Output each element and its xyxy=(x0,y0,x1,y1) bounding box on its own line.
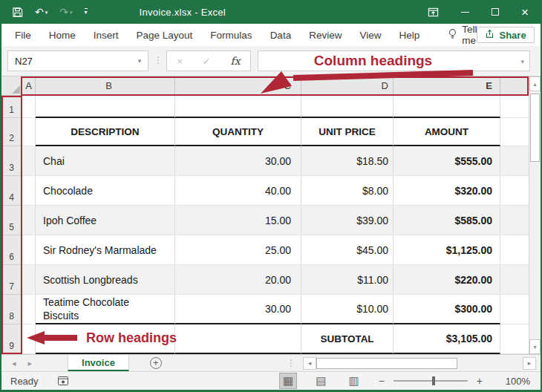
cell-amount-header[interactable]: AMOUNT xyxy=(394,118,500,146)
macro-record-icon[interactable] xyxy=(58,376,68,385)
cell-c1[interactable] xyxy=(175,96,301,118)
row-header-9[interactable]: 9 xyxy=(1,324,22,354)
cell-a2[interactable] xyxy=(22,118,36,146)
cell-a9[interactable] xyxy=(22,324,36,354)
cell-a6[interactable] xyxy=(22,235,36,265)
sheet-tab-invoice[interactable]: Invoice xyxy=(68,355,129,371)
cell-unit-price[interactable]: $11.00 xyxy=(301,265,394,295)
tab-home[interactable]: Home xyxy=(49,30,76,41)
cell-unit-price[interactable]: $18.50 xyxy=(301,146,394,176)
cell-description[interactable]: Scottish Longbreads xyxy=(36,265,175,295)
cell-f5[interactable] xyxy=(500,206,529,235)
scroll-up-icon[interactable]: ▴ xyxy=(529,76,541,91)
page-break-preview-icon[interactable]: ▥ xyxy=(345,373,362,388)
tab-formulas[interactable]: Formulas xyxy=(210,30,252,41)
undo-dropdown-icon[interactable]: ▾ xyxy=(45,10,48,15)
cancel-icon[interactable]: × xyxy=(177,56,183,67)
minimize-button[interactable] xyxy=(461,12,469,13)
next-sheet-icon[interactable]: ▸ xyxy=(28,359,33,368)
cell-unit-price[interactable]: $8.00 xyxy=(301,176,394,206)
tab-help[interactable]: Help xyxy=(399,30,419,41)
select-all-button[interactable] xyxy=(1,76,22,96)
new-sheet-icon[interactable]: + xyxy=(150,357,162,369)
cell-f8[interactable] xyxy=(500,295,529,324)
cell-amount[interactable]: $555.00 xyxy=(394,146,500,176)
cell-d1[interactable] xyxy=(301,96,394,118)
cell-quantity[interactable]: 20.00 xyxy=(175,265,301,295)
insert-function-icon[interactable]: fx xyxy=(230,55,240,67)
row-header-7[interactable]: 7 xyxy=(1,265,22,295)
cell-description[interactable]: Sir Rodney's Marmalade xyxy=(36,235,175,265)
cell-a7[interactable] xyxy=(22,265,36,295)
row-header-2[interactable]: 2 xyxy=(1,118,22,146)
cell-description[interactable]: Teatime Chocolate Biscuits xyxy=(36,295,175,324)
cell-subtotal-label[interactable]: SUBTOTAL xyxy=(301,324,394,354)
column-header-c[interactable]: C xyxy=(175,76,301,96)
column-header-partial[interactable] xyxy=(500,76,529,96)
cell-quantity-header[interactable]: QUANTITY xyxy=(175,118,301,146)
zoom-level[interactable]: 100% xyxy=(499,376,530,387)
cell-b9[interactable] xyxy=(36,324,175,354)
horizontal-scrollbar[interactable]: ⋮ ◂ ▸ xyxy=(287,355,541,371)
cell-unit-price[interactable]: $45.00 xyxy=(301,235,394,265)
vertical-scroll-thumb[interactable] xyxy=(530,94,540,162)
formula-bar[interactable]: Column headings ▾ xyxy=(258,50,530,71)
row-header-3[interactable]: 3 xyxy=(1,146,22,176)
enter-icon[interactable]: ✓ xyxy=(203,56,211,67)
maximize-button[interactable] xyxy=(492,8,499,16)
tab-data[interactable]: Data xyxy=(270,30,292,41)
cell-f4[interactable] xyxy=(500,176,529,206)
name-box-dropdown-icon[interactable]: ▾ xyxy=(131,57,148,65)
cell-a8[interactable] xyxy=(22,295,36,324)
cell-quantity[interactable]: 15.00 xyxy=(175,206,301,235)
column-header-d[interactable]: D xyxy=(301,76,394,96)
zoom-slider-thumb[interactable] xyxy=(432,376,435,385)
cell-a4[interactable] xyxy=(22,176,36,206)
row-header-8[interactable]: 8 xyxy=(1,295,22,324)
cell-amount[interactable]: $1,125.00 xyxy=(394,235,500,265)
share-button[interactable]: Share xyxy=(477,27,534,43)
tab-view[interactable]: View xyxy=(359,30,381,41)
zoom-out-icon[interactable]: − xyxy=(379,375,385,387)
cell-f1[interactable] xyxy=(500,96,529,118)
cell-a5[interactable] xyxy=(22,206,36,235)
cell-unit-price-header[interactable]: UNIT PRICE xyxy=(301,118,394,146)
tab-review[interactable]: Review xyxy=(309,30,342,41)
cell-f7[interactable] xyxy=(500,265,529,295)
cell-f3[interactable] xyxy=(500,146,529,176)
column-header-b[interactable]: B xyxy=(36,76,175,96)
cell-f2[interactable] xyxy=(500,118,529,146)
page-layout-view-icon[interactable]: ▤ xyxy=(313,373,329,388)
cell-quantity[interactable]: 40.00 xyxy=(175,176,301,206)
cell-e1[interactable] xyxy=(394,96,500,118)
column-header-a[interactable]: A xyxy=(22,76,36,96)
cell-amount[interactable]: $585.00 xyxy=(394,206,500,235)
tell-me-box[interactable]: Tell me xyxy=(448,24,477,46)
tab-file[interactable]: File xyxy=(15,30,31,41)
cell-f9[interactable] xyxy=(500,324,529,354)
zoom-slider[interactable] xyxy=(394,380,468,382)
row-header-1[interactable]: 1 xyxy=(1,96,22,118)
cell-description[interactable]: Ipoh Coffee xyxy=(36,206,175,235)
vertical-scrollbar[interactable]: ▴ ▾ xyxy=(529,76,541,354)
row-header-6[interactable]: 6 xyxy=(1,235,22,265)
horizontal-scroll-track[interactable] xyxy=(457,358,523,369)
column-header-e[interactable]: E xyxy=(394,76,500,96)
cell-unit-price[interactable]: $10.00 xyxy=(301,295,394,324)
formula-bar-expand-icon[interactable]: ▾ xyxy=(520,58,524,65)
previous-sheet-icon[interactable]: ◂ xyxy=(12,359,16,368)
scroll-left-icon[interactable]: ◂ xyxy=(303,357,316,370)
cell-description[interactable]: Chocolade xyxy=(36,176,175,206)
cell-quantity[interactable]: 30.00 xyxy=(175,295,301,324)
scroll-down-icon[interactable]: ▾ xyxy=(529,339,541,354)
tab-insert[interactable]: Insert xyxy=(94,30,119,41)
zoom-in-icon[interactable]: + xyxy=(477,375,483,387)
normal-view-icon[interactable]: ▦ xyxy=(280,373,296,388)
cell-quantity[interactable]: 25.00 xyxy=(175,235,301,265)
row-header-5[interactable]: 5 xyxy=(1,206,22,235)
horizontal-scroll-thumb[interactable] xyxy=(316,358,457,369)
cell-subtotal-amount[interactable]: $3,105.00 xyxy=(394,324,500,354)
tab-page-layout[interactable]: Page Layout xyxy=(137,30,193,41)
cell-amount[interactable]: $320.00 xyxy=(394,176,500,206)
cell-f6[interactable] xyxy=(500,235,529,265)
